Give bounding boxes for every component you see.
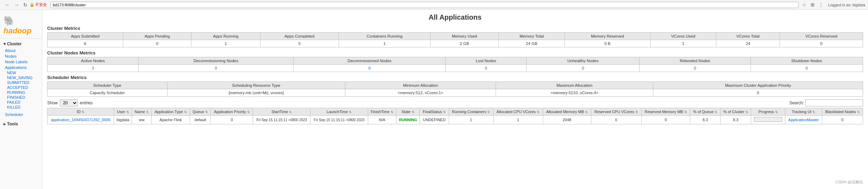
progress-bar <box>754 117 782 122</box>
apps-header-alloc-mem[interactable]: Allocated Memory MB ⇅ <box>543 108 591 116</box>
sidebar-sub-finished[interactable]: FINISHED <box>0 95 42 100</box>
apps-header-app-type[interactable]: Application Type ⇅ <box>152 108 190 116</box>
sidebar-sub-killed[interactable]: KILLED <box>0 105 42 110</box>
sort-priority-icon: ⇅ <box>247 110 250 114</box>
sidebar-item-scheduler[interactable]: Scheduler <box>0 112 42 117</box>
hadoop-elephant-icon: 🐘 <box>4 15 15 26</box>
cnm-val-6[interactable]: 0 <box>750 65 863 72</box>
cell-pct-cluster: 8.3 <box>721 116 751 124</box>
cnm-val-4[interactable]: 0 <box>526 65 639 72</box>
show-entries-select[interactable]: 20 10 50 100 <box>60 99 78 106</box>
extensions-icon[interactable]: ⊞ <box>809 1 816 8</box>
app-id-link[interactable]: application_1694504371392_0006 <box>51 118 111 122</box>
sm-val-1: [memory-mb (unit=Mi), vcores] <box>167 89 345 97</box>
sidebar-sub-accepted[interactable]: ACCEPTED <box>0 85 42 90</box>
cnm-val-3[interactable]: 0 <box>446 65 527 72</box>
sidebar-item-node-labels[interactable]: Node Labels <box>0 59 42 65</box>
cm-header-1: Apps Pending <box>123 33 191 40</box>
apps-header-user[interactable]: User ⇅ <box>114 108 132 116</box>
cnm-val-5[interactable]: 0 <box>640 65 750 72</box>
cm-header-3: Apps Completed <box>260 33 339 40</box>
sm-header-0: Scheduler Type <box>48 82 168 89</box>
apps-header-launch[interactable]: LaunchTime ⇅ <box>310 108 368 116</box>
logo-area: 🐘 hadoop <box>0 13 42 39</box>
apps-header-tracking-ui[interactable]: Tracking UI ⇅ <box>785 108 822 116</box>
cell-running-containers: 1 <box>449 116 493 124</box>
apps-header-priority[interactable]: Application Priority ⇅ <box>211 108 253 116</box>
apps-header-res-mem[interactable]: Reserved Memory MB ⇅ <box>641 108 690 116</box>
apps-header-blacklisted[interactable]: Blacklisted Nodes ⇅ <box>822 108 863 116</box>
sidebar-item-about[interactable]: About <box>0 48 42 53</box>
apps-header-start[interactable]: StartTime ⇅ <box>253 108 310 116</box>
menu-icon[interactable]: ⋮ <box>817 1 825 8</box>
sidebar-sub-failed[interactable]: FAILED <box>0 100 42 105</box>
cnm-val-0[interactable]: 3 <box>48 65 139 72</box>
page-title: All Applications <box>47 13 863 21</box>
search-input[interactable] <box>805 99 863 106</box>
apps-header-queue[interactable]: Queue ⇅ <box>190 108 210 116</box>
apps-header-state[interactable]: State ⇅ <box>396 108 420 116</box>
cell-name: ww <box>132 116 152 124</box>
apps-header-id[interactable]: ID ⇅ <box>48 108 114 116</box>
sidebar-sub-new[interactable]: NEW <box>0 70 42 75</box>
hadoop-logo-text: hadoop <box>4 26 31 35</box>
apps-header-name[interactable]: Name ⇅ <box>132 108 152 116</box>
back-button[interactable]: ← <box>3 1 12 8</box>
tracking-ui-link[interactable]: ApplicationMaster <box>788 118 819 122</box>
forward-button[interactable]: → <box>12 1 21 8</box>
apps-header-res-cpu[interactable]: Reserved CPU VCores ⇅ <box>591 108 641 116</box>
watermark: CSDN @试舞抗 <box>834 179 864 185</box>
url-input[interactable] <box>50 2 799 8</box>
sidebar-item-nodes[interactable]: Nodes <box>0 53 42 59</box>
cnm-val-2[interactable]: 0 <box>294 65 446 72</box>
cm-val-1: 0 <box>123 40 191 47</box>
cm-header-0: Apps Submitted <box>48 33 123 40</box>
cnm-val-1[interactable]: 0 <box>138 65 293 72</box>
sm-val-2: <memory:512, vCores:1> <box>345 89 496 97</box>
applications-table: ID ⇅ User ⇅ Name ⇅ Application Type ⇅ Qu… <box>47 108 863 124</box>
sort-queue-icon: ⇅ <box>205 110 208 114</box>
sm-val-4: 0 <box>653 89 863 97</box>
main-content: All Applications Cluster Metrics Apps Su… <box>42 10 868 189</box>
cm-header-8: VCores Used <box>650 33 716 40</box>
tools-section-header[interactable]: ▸ Tools <box>0 120 42 128</box>
sidebar-sub-running[interactable]: RUNNING <box>0 90 42 95</box>
sort-type-icon: ⇅ <box>184 110 187 114</box>
sidebar-item-applications[interactable]: Applications <box>0 65 42 70</box>
apps-header-pct-cluster[interactable]: % of Cluster ⇅ <box>721 108 751 116</box>
sort-pq-icon: ⇅ <box>715 110 717 114</box>
cell-tracking-ui[interactable]: ApplicationMaster <box>785 116 822 124</box>
sidebar-sub-submitted[interactable]: SUBMITTED <box>0 80 42 85</box>
cm-val-8: 1 <box>650 40 716 47</box>
sort-rc-icon: ⇅ <box>487 110 490 114</box>
show-label: Show <box>47 100 58 105</box>
cell-state: RUNNING <box>396 116 420 124</box>
cm-val-6: 24 GB <box>498 40 565 47</box>
sort-prog-icon: ⇅ <box>775 110 778 114</box>
sm-header-1: Scheduling Resource Type <box>167 82 345 89</box>
cnm-header-3: Lost Nodes <box>446 57 527 65</box>
browser-bar: ← → ↻ 🔒 不安全 ☆ ⊞ ⋮ Logged in as: bigdata <box>0 0 868 10</box>
cnm-header-1: Decommissioning Nodes <box>138 57 293 65</box>
cell-app-type: Apache Flink <box>152 116 190 124</box>
sort-amem-icon: ⇅ <box>585 110 588 114</box>
sort-pc-icon: ⇅ <box>746 110 748 114</box>
reload-button[interactable]: ↻ <box>21 1 30 8</box>
apps-header-alloc-cpu[interactable]: Allocated CPU VCores ⇅ <box>493 108 543 116</box>
sidebar-sub-new-saving[interactable]: NEW_SAVING <box>0 75 42 80</box>
apps-header-pct-queue[interactable]: % of Queue ⇅ <box>690 108 721 116</box>
cnm-header-0: Active Nodes <box>48 57 139 65</box>
cluster-section-header[interactable]: ▾ Cluster <box>0 40 42 48</box>
bookmark-icon[interactable]: ☆ <box>801 1 808 8</box>
apps-header-running-containers[interactable]: Running Containers ⇅ <box>449 108 493 116</box>
apps-header-finish[interactable]: FinishTime ⇅ <box>368 108 396 116</box>
cm-header-5: Memory Used <box>430 33 498 40</box>
sort-user-icon: ⇅ <box>126 110 129 114</box>
cm-header-4: Containers Running <box>339 33 430 40</box>
sort-final-icon: ⇅ <box>443 110 446 114</box>
apps-header-final-status[interactable]: FinalStatus ⇅ <box>420 108 449 116</box>
cnm-header-5: Rebooted Nodes <box>640 57 750 65</box>
cell-id[interactable]: application_1694504371392_0006 <box>48 116 114 124</box>
apps-header-progress[interactable]: Progress ⇅ <box>751 108 785 116</box>
sort-name-icon: ⇅ <box>146 110 149 114</box>
